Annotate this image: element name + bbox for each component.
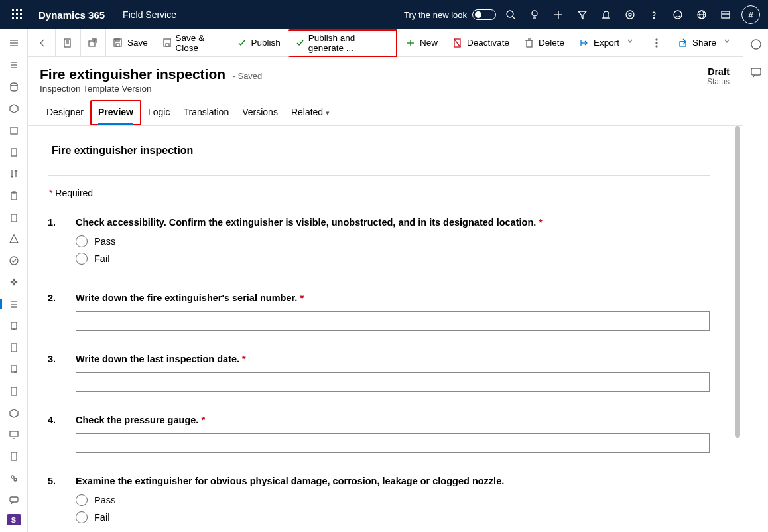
page-in-icon[interactable] xyxy=(0,384,28,399)
svg-line-70 xyxy=(454,39,460,47)
svg-rect-64 xyxy=(115,39,119,41)
divider xyxy=(48,175,710,176)
svg-rect-66 xyxy=(166,44,169,46)
new-button[interactable]: New xyxy=(399,29,444,57)
save-button[interactable]: Save xyxy=(105,29,155,57)
page-plus-icon[interactable] xyxy=(0,449,28,464)
chat-icon[interactable] xyxy=(0,492,28,507)
globe-icon[interactable] xyxy=(690,0,714,29)
text-input[interactable] xyxy=(76,311,710,331)
text-input[interactable] xyxy=(76,372,710,392)
brand-name[interactable]: Dynamics 365 xyxy=(31,9,113,21)
sort-icon[interactable] xyxy=(0,166,28,182)
sparkle-icon[interactable] xyxy=(0,275,28,291)
toggle-switch-icon[interactable] xyxy=(472,9,496,20)
page-arrow-icon[interactable] xyxy=(0,318,28,334)
svg-rect-53 xyxy=(11,452,17,460)
scrollbar[interactable] xyxy=(734,126,741,532)
search-icon[interactable] xyxy=(499,0,523,29)
radio-option[interactable]: Pass xyxy=(76,494,710,506)
status-value: Draft xyxy=(707,66,730,77)
radio-option[interactable]: Fail xyxy=(76,253,710,265)
publish-button[interactable]: Publish xyxy=(230,29,287,57)
save-close-button[interactable]: Save & Close xyxy=(156,29,229,57)
warning-icon[interactable] xyxy=(0,232,28,247)
check-circle-icon[interactable] xyxy=(0,253,28,269)
package-icon[interactable] xyxy=(0,405,28,421)
deactivate-button[interactable]: Deactivate xyxy=(446,29,516,57)
command-bar: Save Save & Close Publish Publish and ge… xyxy=(28,29,743,57)
radio-icon[interactable] xyxy=(76,253,88,265)
svg-rect-49 xyxy=(11,387,17,395)
deactivate-label: Deactivate xyxy=(467,38,509,48)
preview-pane[interactable]: Fire extinguisher inspection * Required … xyxy=(28,126,743,532)
hamburger-icon[interactable] xyxy=(0,36,28,51)
radio-icon[interactable] xyxy=(76,494,88,506)
app-switcher-button[interactable]: S xyxy=(7,514,21,525)
global-navbar: Dynamics 365 Field Service Try the new l… xyxy=(0,0,768,29)
back-button[interactable] xyxy=(31,29,54,57)
question-number: 5. xyxy=(48,476,60,529)
add-icon[interactable] xyxy=(546,0,570,29)
tab-strip: Designer Preview Logic Translation Versi… xyxy=(28,100,743,126)
panel-icon[interactable] xyxy=(714,0,737,29)
tab-designer[interactable]: Designer xyxy=(40,100,90,125)
try-new-look-toggle[interactable]: Try the new look xyxy=(404,9,496,20)
svg-point-17 xyxy=(626,11,634,19)
page-out-icon[interactable] xyxy=(0,362,28,377)
tab-related-label: Related xyxy=(291,107,323,117)
svg-point-31 xyxy=(11,83,17,86)
question-text: Write down the fire extinguisher's seria… xyxy=(76,293,710,303)
app-launcher-icon[interactable] xyxy=(4,0,31,29)
help-icon[interactable] xyxy=(642,0,666,29)
smile-icon[interactable] xyxy=(666,0,690,29)
box-icon[interactable] xyxy=(0,123,28,138)
tab-versions[interactable]: Versions xyxy=(235,100,285,125)
filter-icon[interactable] xyxy=(570,0,594,29)
page-icon[interactable] xyxy=(0,340,28,356)
app-name[interactable]: Field Service xyxy=(113,9,186,20)
export-button[interactable]: Export xyxy=(572,29,643,57)
tab-related[interactable]: Related▾ xyxy=(285,100,336,125)
svg-rect-0 xyxy=(12,9,14,11)
radio-icon[interactable] xyxy=(76,511,88,523)
tab-logic[interactable]: Logic xyxy=(141,100,176,125)
publish-generate-button[interactable]: Publish and generate ... xyxy=(288,29,397,57)
cube-icon[interactable] xyxy=(0,101,28,116)
radio-option[interactable]: Pass xyxy=(76,235,710,247)
question-text: Check accessibility. Confirm the extingu… xyxy=(76,217,710,228)
copilot-icon[interactable] xyxy=(750,38,762,53)
svg-point-19 xyxy=(674,11,682,19)
radio-icon[interactable] xyxy=(76,235,88,247)
chat-panel-icon[interactable] xyxy=(750,66,762,81)
puzzle-icon[interactable] xyxy=(0,471,28,486)
share-button[interactable]: Share xyxy=(671,29,740,57)
tab-preview[interactable]: Preview xyxy=(90,100,141,125)
monitor-icon[interactable] xyxy=(0,427,28,442)
radio-label: Pass xyxy=(94,495,115,505)
question-text: Examine the extinguisher for obvious phy… xyxy=(76,476,710,486)
user-avatar[interactable]: # xyxy=(741,5,760,24)
svg-point-18 xyxy=(654,18,655,19)
delete-button[interactable]: Delete xyxy=(517,29,571,57)
radio-option[interactable]: Fail xyxy=(76,511,710,523)
overflow-button[interactable] xyxy=(645,29,668,57)
delete-label: Delete xyxy=(539,38,564,48)
question-number: 4. xyxy=(48,415,60,453)
clipboard2-icon[interactable] xyxy=(0,210,28,225)
form-selector-button[interactable] xyxy=(55,29,79,57)
open-new-window-button[interactable] xyxy=(80,29,104,57)
tab-translation[interactable]: Translation xyxy=(176,100,235,125)
svg-point-9 xyxy=(507,11,513,17)
svg-point-41 xyxy=(10,257,18,265)
settings-icon[interactable] xyxy=(618,0,642,29)
clipboard-icon[interactable] xyxy=(0,188,28,203)
try-new-look-label: Try the new look xyxy=(404,10,467,20)
bell-icon[interactable] xyxy=(594,0,618,29)
building-icon[interactable] xyxy=(0,145,28,160)
database-icon[interactable] xyxy=(0,80,28,95)
lightbulb-icon[interactable] xyxy=(523,0,546,29)
stack-icon[interactable] xyxy=(0,58,28,73)
list-icon[interactable] xyxy=(0,297,28,312)
text-input[interactable] xyxy=(76,433,710,453)
